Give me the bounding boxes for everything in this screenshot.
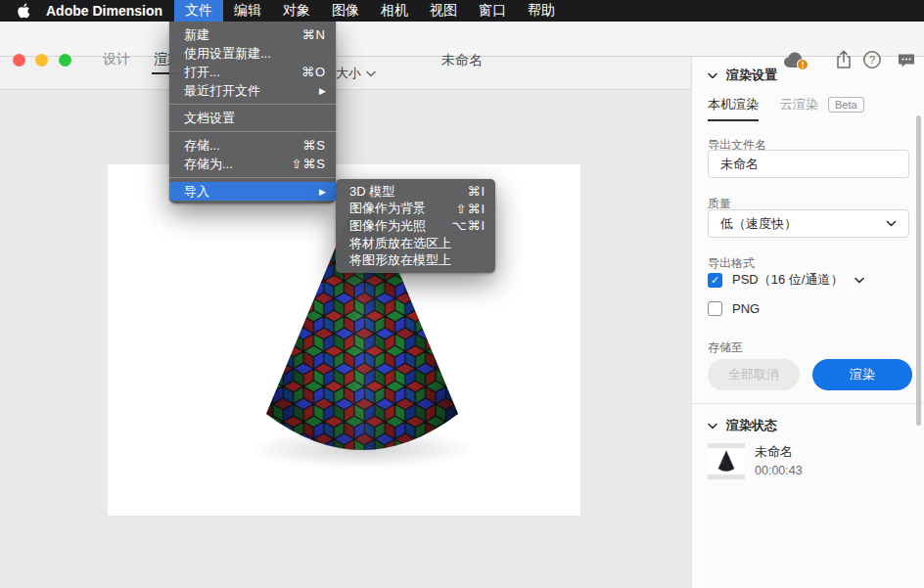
close-window-button[interactable] — [13, 54, 25, 67]
menubar-item-帮助[interactable]: 帮助 — [517, 0, 566, 22]
menu-item-label: 新建 — [184, 26, 295, 44]
file-menu: 新建⌘N使用设置新建...打开...⌘O最近打开文件▶文档设置存储...⌘S存储… — [169, 22, 336, 204]
menu-item[interactable]: 存储...⌘S — [169, 136, 336, 155]
macos-menubar: Adobe Dimension 文件编辑对象图像相机视图窗口帮助 — [0, 0, 924, 22]
menu-item[interactable]: 导入▶ — [169, 182, 336, 201]
chevron-down-icon — [708, 423, 717, 430]
app-window: Adobe Dimension 文件编辑对象图像相机视图窗口帮助 设计 渲染 未… — [0, 0, 924, 588]
svg-text:?: ? — [869, 54, 875, 66]
quality-select[interactable]: 低（速度快） — [708, 209, 909, 238]
format-row-png: PNG — [708, 299, 760, 317]
menu-item-shortcut: ⌘I — [467, 184, 485, 199]
menubar-item-对象[interactable]: 对象 — [272, 0, 321, 22]
menu-separator — [169, 104, 336, 105]
render-button[interactable]: 渲染 — [812, 359, 912, 390]
export-format-label: 导出格式 — [708, 255, 755, 272]
menu-item-shortcut: ⌘O — [301, 65, 326, 79]
checkbox-unchecked[interactable] — [708, 301, 722, 316]
render-settings-panel: 渲染设置 本机渲染 云渲染 Beta 导出文件名 质量 低（速度快） 导出格式 … — [691, 57, 924, 588]
thumb-band — [708, 475, 745, 479]
menu-item-label: 图像作为光照 — [349, 217, 443, 235]
menu-item-label: 图像作为背景 — [349, 200, 447, 217]
menubar-item-编辑[interactable]: 编辑 — [223, 0, 272, 22]
menu-item[interactable]: 打开...⌘O — [169, 63, 336, 81]
cancel-all-button[interactable]: 全部取消 — [708, 359, 800, 390]
menu-separator — [169, 131, 336, 132]
quality-value: 低（速度快） — [720, 215, 886, 233]
menu-item-label: 3D 模型 — [349, 183, 459, 201]
menu-item[interactable]: 文档设置 — [169, 109, 336, 127]
menu-item[interactable]: 新建⌘N — [169, 25, 336, 44]
menubar-item-图像[interactable]: 图像 — [321, 0, 370, 22]
menu-item-label: 打开... — [184, 64, 294, 81]
menubar-item-文件[interactable]: 文件 — [174, 0, 223, 22]
minimize-window-button[interactable] — [35, 54, 48, 67]
apple-icon[interactable] — [0, 0, 44, 22]
menu-item-label: 最近打开文件 — [184, 82, 311, 100]
menu-item-shortcut: ⌘N — [302, 27, 326, 42]
format-row-psd: ✓PSD（16 位/通道） — [708, 271, 864, 289]
submenu-arrow-icon: ▶ — [319, 86, 326, 96]
size-dropdown[interactable]: 大小 — [336, 65, 376, 82]
tab-local-render[interactable]: 本机渲染 — [708, 96, 759, 121]
menu-item[interactable]: 3D 模型⌘I — [336, 183, 495, 201]
menubar-item-相机[interactable]: 相机 — [370, 0, 419, 22]
menu-item-shortcut: ⌘S — [302, 138, 326, 153]
panel-scrollbar[interactable] — [916, 115, 921, 426]
share-icon[interactable] — [833, 49, 855, 70]
render-settings-header[interactable]: 渲染设置 — [708, 67, 777, 84]
menu-item[interactable]: 将图形放在模型上 — [336, 251, 495, 269]
menu-item-label: 使用设置新建... — [184, 45, 326, 63]
render-status-header[interactable]: 渲染状态 — [708, 417, 777, 434]
menubar-item-视图[interactable]: 视图 — [419, 0, 468, 22]
format-label: PNG — [732, 301, 760, 316]
viewport[interactable] — [0, 90, 691, 588]
menu-item-shortcut: ⇧⌘I — [455, 202, 485, 216]
cloud-sync-warning-icon[interactable] — [782, 50, 809, 71]
save-to-label: 存储至 — [708, 339, 743, 356]
thumbnail-cone-icon — [715, 449, 738, 475]
render-mode-tabs: 本机渲染 云渲染 Beta — [708, 96, 864, 121]
import-submenu: 3D 模型⌘I图像作为背景⇧⌘I图像作为光照⌥⌘I将材质放在选区上将图形放在模型… — [336, 179, 495, 273]
beta-badge: Beta — [828, 97, 864, 113]
render-job-thumbnail[interactable] — [708, 443, 745, 479]
menu-item-label: 存储为... — [184, 156, 283, 173]
render-job-time: 00:00:43 — [755, 464, 803, 477]
chevron-down-icon[interactable] — [855, 277, 864, 284]
menu-item-label: 导入 — [184, 183, 311, 201]
size-dropdown-label: 大小 — [336, 65, 361, 82]
chevron-down-icon — [886, 220, 897, 227]
zoom-window-button[interactable] — [59, 54, 71, 67]
panel-divider — [692, 403, 924, 404]
menu-item[interactable]: 最近打开文件▶ — [169, 81, 336, 100]
menu-item-shortcut: ⇧⌘S — [291, 157, 326, 171]
submenu-arrow-icon: ▶ — [319, 187, 326, 197]
menu-item[interactable]: 图像作为光照⌥⌘I — [336, 217, 495, 235]
menu-item-label: 将图形放在模型上 — [349, 251, 485, 269]
tab-design[interactable]: 设计 — [103, 51, 130, 68]
menu-item-label: 将材质放在选区上 — [349, 235, 485, 252]
feedback-icon[interactable] — [896, 49, 917, 70]
menu-item[interactable]: 使用设置新建... — [169, 44, 336, 63]
menu-item[interactable]: 存储为...⇧⌘S — [169, 155, 336, 173]
render-settings-title: 渲染设置 — [726, 67, 777, 84]
menu-item-shortcut: ⌥⌘I — [451, 218, 485, 233]
menu-item-label: 存储... — [184, 137, 295, 155]
menu-separator — [169, 177, 336, 178]
menu-item-label: 文档设置 — [184, 110, 326, 127]
tab-cloud-render[interactable]: 云渲染 — [780, 96, 818, 121]
format-label: PSD（16 位/通道） — [732, 271, 843, 289]
checkbox-checked[interactable]: ✓ — [708, 273, 722, 288]
render-status-title: 渲染状态 — [726, 417, 777, 434]
menu-item[interactable]: 图像作为背景⇧⌘I — [336, 201, 495, 218]
help-icon[interactable]: ? — [861, 49, 883, 70]
chevron-down-icon — [708, 72, 717, 79]
titlebar: 设计 渲染 未命名 ? — [0, 22, 924, 57]
export-filename-input[interactable] — [708, 150, 909, 178]
menubar-item-窗口[interactable]: 窗口 — [468, 0, 517, 22]
menu-item[interactable]: 将材质放在选区上 — [336, 235, 495, 252]
thumb-band — [708, 443, 745, 448]
render-job-name: 未命名 — [755, 443, 793, 461]
app-name: Adobe Dimension — [44, 0, 174, 22]
